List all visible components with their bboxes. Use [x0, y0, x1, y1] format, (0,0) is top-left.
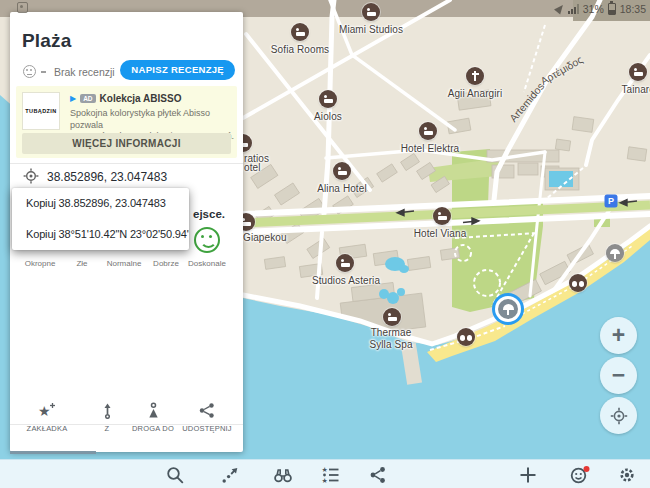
add-place-button[interactable]: [517, 464, 539, 486]
maps-app-screen: Artemidos Αρτέμιδος Sofia Rooms Miami St…: [0, 0, 650, 488]
rating-label-good: Dobrze: [153, 259, 179, 268]
no-rating-dash: [41, 71, 46, 73]
rating-label-awful: Okropne: [25, 259, 56, 268]
divider: [10, 163, 243, 164]
route-button[interactable]: [219, 464, 241, 486]
poi-label: Agii Anargiri: [448, 88, 503, 99]
discovery-button[interactable]: [272, 464, 294, 486]
route-to-icon: [145, 402, 162, 419]
svg-text:★: ★: [322, 466, 328, 474]
coordinates-value[interactable]: 38.852896, 23.047483: [47, 170, 167, 184]
poi-label: Studios Asteria: [312, 275, 380, 286]
minus-icon: −: [612, 364, 625, 387]
binoculars-icon: [272, 465, 294, 485]
menu-item-copy-decimal[interactable]: Kopiuj 38.852896, 23.047483: [12, 188, 189, 219]
poi-label: otel: [244, 162, 261, 173]
search-button[interactable]: [164, 464, 186, 486]
poi-church-agii-anargiri[interactable]: [466, 67, 484, 85]
poi-label: Alina Hotel: [317, 183, 366, 194]
poi-label: Miami Studios: [339, 24, 403, 35]
status-bar: 31% 18:35: [0, 0, 650, 18]
poi-label: Sofia Rooms: [271, 44, 329, 55]
locate-icon: [610, 407, 628, 425]
smiley-globe-icon: [569, 465, 591, 485]
no-rating-smiley-icon: [23, 65, 36, 78]
poi-hotel-sofia-rooms[interactable]: [291, 23, 309, 41]
zoom-out-button[interactable]: −: [600, 357, 637, 394]
ad-badge: AD: [80, 94, 95, 104]
poi-label: Hotel Viana: [414, 228, 467, 239]
poi-viewpoint-binoculars[interactable]: [457, 328, 475, 346]
panel-scroll-indicator[interactable]: [10, 451, 96, 454]
share-icon: [368, 465, 388, 485]
poi-hotel-tainaron[interactable]: [629, 63, 647, 81]
ad-title: Kolekcja ABISSO: [100, 93, 182, 104]
rating-excellent-smiley[interactable]: [194, 227, 220, 253]
more-info-button[interactable]: WIĘCEJ INFORMACJI: [22, 133, 231, 154]
signal-icon: [568, 4, 579, 14]
poi-label: Hotel Elektra: [401, 143, 460, 154]
screenshot-icon: [17, 2, 28, 13]
ad-logo: TUBĄDZIN: [22, 92, 60, 130]
plus-icon: [518, 465, 538, 485]
parking-icon[interactable]: P: [605, 195, 618, 208]
clock: 18:35: [620, 3, 646, 15]
rating-label-excellent: Doskonale: [188, 259, 226, 268]
my-location-button[interactable]: [600, 397, 637, 434]
poi-label: Aiolos: [314, 111, 342, 122]
route-point-arrow-icon: [220, 465, 240, 485]
ad-banner[interactable]: TUBĄDZIN ▶ AD Kolekcja ABISSO Spokojna k…: [16, 86, 237, 158]
plus-icon: +: [612, 324, 625, 347]
poi-beach-selected[interactable]: [498, 299, 518, 319]
zoom-in-button[interactable]: +: [600, 317, 637, 354]
gear-icon: [617, 465, 637, 485]
bottom-toolbar: ★ ★: [0, 459, 650, 488]
poi-hotel-aiolos[interactable]: [319, 90, 337, 108]
rating-label-normal: Normalne: [107, 259, 142, 268]
gps-active-icon: [554, 2, 566, 14]
place-actions-bar: ★ ZAKŁADKA Z DROGA DO: [10, 424, 243, 452]
poi-label: Thermae: [371, 327, 412, 338]
no-reviews-text: Brak recenzji: [54, 66, 115, 78]
rating-label-bad: Złe: [76, 259, 87, 268]
poi-hotel-alina[interactable]: [333, 162, 351, 180]
share-icon: [198, 402, 216, 419]
poi-viewpoint-binoculars[interactable]: [569, 274, 587, 292]
poi-label: Tainaron: [621, 84, 650, 95]
battery-percent: 31%: [583, 3, 604, 15]
battery-icon: [608, 3, 616, 15]
poi-hotel-elektra[interactable]: [419, 122, 437, 140]
route-to-button[interactable]: DROGA DO: [125, 402, 181, 433]
place-title: Plaża: [22, 30, 72, 52]
ad-play-icon: ▶: [70, 95, 76, 103]
poi-beach-umbrella[interactable]: [606, 244, 624, 262]
poi-hotel-thermae-sylla[interactable]: [383, 308, 401, 326]
bookmark-star-icon: ★: [38, 402, 56, 419]
share-button[interactable]: [367, 464, 389, 486]
guides-button[interactable]: [569, 464, 591, 486]
svg-text:★: ★: [38, 403, 51, 419]
write-review-button[interactable]: NAPISZ RECENZJĘ: [120, 60, 235, 80]
coordinates-icon: [23, 168, 39, 188]
notification-badge: [584, 466, 590, 472]
poi-hotel-viana[interactable]: [433, 207, 451, 225]
bookmark-button[interactable]: ★ ZAKŁADKA: [19, 402, 75, 433]
rate-place-text-fragment: ejsce.: [193, 208, 225, 220]
menu-item-copy-dms[interactable]: Kopiuj 38°51'10.42"N 23°02'50.94"E: [12, 219, 189, 250]
poi-label: Sylla Spa: [369, 339, 412, 350]
poi-hotel-studios-asteria[interactable]: [336, 254, 354, 272]
poi-label: Giapekou: [243, 232, 287, 243]
bookmark-list-icon: ★ ★: [321, 465, 341, 485]
copy-coordinates-menu: Kopiuj 38.852896, 23.047483 Kopiuj 38°51…: [12, 188, 189, 250]
bookmarks-button[interactable]: ★ ★: [320, 464, 342, 486]
svg-text:★: ★: [322, 477, 328, 485]
settings-button[interactable]: [616, 464, 638, 486]
share-place-button[interactable]: UDOSTĘPNIJ: [179, 402, 235, 433]
route-from-icon: [99, 402, 116, 419]
search-icon: [165, 465, 185, 485]
